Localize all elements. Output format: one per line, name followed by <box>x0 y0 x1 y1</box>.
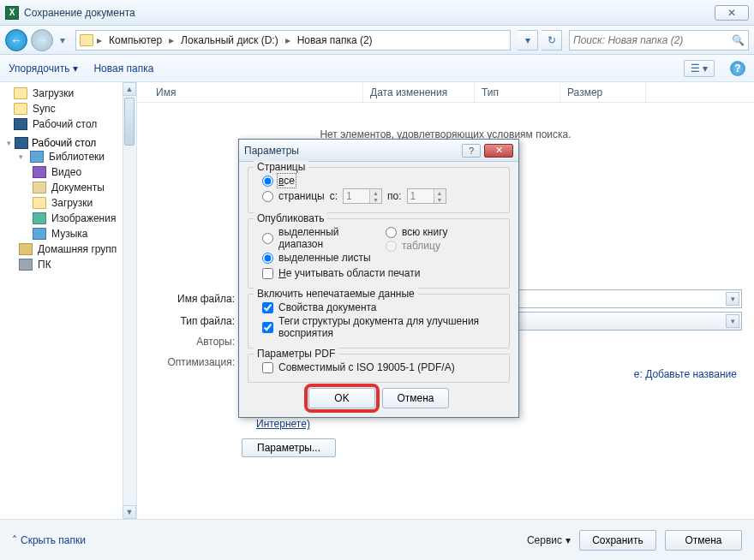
desktop-icon <box>15 137 28 149</box>
page-to-spinner[interactable]: 1▲▼ <box>407 188 446 204</box>
sidebar-item-libraries[interactable]: ▾Библиотеки <box>0 149 136 164</box>
group-pdf: Параметры PDF Совместимый с ISO 19005-1 … <box>248 354 510 383</box>
checkbox-structure-tags[interactable]: Теги структуры документа для улучшения в… <box>262 315 502 339</box>
window-title: Сохранение документа <box>24 7 715 19</box>
chevron-down-icon: ▾ <box>19 152 23 161</box>
col-date[interactable]: Дата изменения <box>363 82 475 102</box>
sidebar-item-sync[interactable]: Sync <box>0 101 136 116</box>
service-dropdown[interactable]: Сервис ▾ <box>527 534 571 546</box>
group-include: Включить непечатаемые данные Свойства до… <box>248 294 510 349</box>
col-type[interactable]: Тип <box>475 82 560 102</box>
cancel-button[interactable]: Отмена <box>665 530 742 551</box>
radio-page-range[interactable]: страницы <box>262 190 325 202</box>
search-box[interactable]: 🔍 <box>569 30 749 51</box>
ok-button[interactable]: OK <box>308 388 375 408</box>
radio-selected-sheets[interactable]: выделенные листы <box>262 252 379 264</box>
scroll-thumb[interactable] <box>124 98 135 146</box>
music-icon <box>33 228 46 240</box>
tags-link[interactable]: е: Добавьте название <box>634 368 737 380</box>
radio-table: таблицу <box>386 240 502 252</box>
breadcrumb-folder[interactable]: Новая папка (2) <box>294 34 376 46</box>
checkbox-doc-properties[interactable]: Свойства документа <box>262 301 502 313</box>
radio-selected-range[interactable]: выделенный диапазон <box>262 226 379 250</box>
chevron-down-icon: ▾ <box>7 139 11 147</box>
desktop-icon <box>14 118 27 130</box>
dialog-title: Параметры <box>244 145 458 157</box>
refresh-button[interactable]: ↻ <box>542 30 562 51</box>
folder-icon <box>14 87 27 99</box>
sidebar-item-music[interactable]: Музыка <box>0 226 136 241</box>
dialog-titlebar: Параметры ? ✕ <box>239 140 518 162</box>
checkbox-ignore-print-areas[interactable]: Не учитывать области печати <box>262 267 502 279</box>
chevron-down-icon[interactable]: ▾ <box>726 314 739 328</box>
sidebar-item-pc[interactable]: ПК <box>0 257 136 272</box>
view-button[interactable]: ☰ ▾ <box>684 60 715 77</box>
dialog-close-button[interactable]: ✕ <box>484 144 513 158</box>
history-dropdown-arrow[interactable]: ▾ <box>57 29 69 51</box>
filetype-label: Тип файла: <box>149 315 235 327</box>
page-from-spinner[interactable]: 1▲▼ <box>343 188 382 204</box>
breadcrumb-computer[interactable]: Компьютер <box>105 34 165 46</box>
documents-icon <box>33 182 46 194</box>
folder-icon <box>14 103 27 115</box>
chevron-up-icon: ˄ <box>12 534 17 546</box>
address-bar[interactable]: ▸ Компьютер ▸ Локальный диск (D:) ▸ Нова… <box>75 30 511 51</box>
checkbox-iso-compat[interactable]: Совместимый с ISO 19005-1 (PDF/A) <box>262 361 502 373</box>
computer-icon <box>19 259 33 271</box>
sidebar-scrollbar[interactable]: ▲ ▼ <box>123 82 136 519</box>
chevron-down-icon[interactable]: ▾ <box>726 292 739 306</box>
sidebar-group-desktop[interactable]: ▾Рабочий стол <box>0 137 136 149</box>
back-button[interactable]: ← <box>5 29 27 51</box>
group-publish: Опубликовать выделенный диапазон выделен… <box>248 218 510 289</box>
dialog-cancel-button[interactable]: Отмена <box>382 388 449 408</box>
sidebar: Загрузки Sync Рабочий стол ▾Рабочий стол… <box>0 82 137 519</box>
scroll-down-arrow[interactable]: ▼ <box>123 505 136 519</box>
new-folder-button[interactable]: Новая папка <box>93 63 153 74</box>
homegroup-icon <box>19 243 33 255</box>
toolbar: Упорядочить ▾ Новая папка ☰ ▾ ? <box>0 55 754 82</box>
help-button[interactable]: ? <box>730 61 745 76</box>
sidebar-item-downloads[interactable]: Загрузки <box>0 86 136 101</box>
search-icon: 🔍 <box>732 34 745 46</box>
video-icon <box>33 166 46 178</box>
search-input[interactable] <box>573 34 732 46</box>
parameters-dialog: Параметры ? ✕ Страницы все страницы с: 1… <box>238 139 519 418</box>
sidebar-item-desktop[interactable]: Рабочий стол <box>0 116 136 132</box>
navbar: ← → ▾ ▸ Компьютер ▸ Локальный диск (D:) … <box>0 26 754 55</box>
sidebar-item-homegroup[interactable]: Домашняя групп <box>0 241 136 257</box>
libraries-icon <box>30 151 44 163</box>
titlebar: X Сохранение документа ✕ <box>0 0 754 26</box>
hide-folders-button[interactable]: ˄Скрыть папки <box>12 534 86 546</box>
sidebar-item-downloads2[interactable]: Загрузки <box>0 195 136 211</box>
optimization-label: Оптимизация: <box>149 356 235 368</box>
dialog-help-button[interactable]: ? <box>462 144 481 158</box>
footer: ˄Скрыть папки Сервис ▾ Сохранить Отмена <box>0 519 754 560</box>
parameters-button[interactable]: Параметры... <box>242 438 336 457</box>
filename-label: Имя файла: <box>149 293 235 305</box>
sidebar-item-video[interactable]: Видео <box>0 164 136 180</box>
scroll-up-arrow[interactable]: ▲ <box>123 82 136 96</box>
col-size[interactable]: Размер <box>560 82 646 102</box>
authors-label: Авторы: <box>149 336 235 348</box>
sidebar-item-images[interactable]: Изображения <box>0 211 136 226</box>
breadcrumb-drive[interactable]: Локальный диск (D:) <box>177 34 282 46</box>
col-name[interactable]: Имя <box>149 82 363 102</box>
folder-icon <box>33 197 46 209</box>
forward-button[interactable]: → <box>31 29 53 51</box>
images-icon <box>33 212 46 224</box>
ok-highlight: OK <box>308 388 375 408</box>
radio-whole-book[interactable]: всю книгу <box>386 226 502 238</box>
column-headers: Имя Дата изменения Тип Размер <box>137 82 754 103</box>
excel-icon: X <box>5 6 19 20</box>
folder-icon <box>80 34 93 46</box>
save-button[interactable]: Сохранить <box>579 530 656 551</box>
window-close-button[interactable]: ✕ <box>715 5 749 21</box>
nav-dropdown-button[interactable]: ▾ <box>518 30 538 51</box>
organize-button[interactable]: Упорядочить ▾ <box>9 63 78 74</box>
group-pages: Страницы все страницы с: 1▲▼ по: 1▲▼ <box>248 167 510 213</box>
radio-all-pages[interactable]: все <box>262 175 502 187</box>
sidebar-item-documents[interactable]: Документы <box>0 180 136 195</box>
